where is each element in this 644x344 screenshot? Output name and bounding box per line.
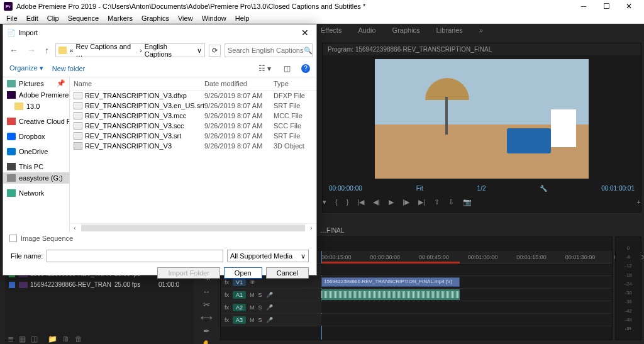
sidebar-item-pictures[interactable]: Pictures📌 <box>3 77 69 89</box>
breadcrumb[interactable]: « Rev Captions and … › English Captions … <box>55 43 205 57</box>
extract-icon[interactable]: ⇩ <box>448 198 454 206</box>
program-monitor: Program: 1569422398866-REV_TRANSCRIPTION… <box>322 43 641 213</box>
new-item-icon[interactable]: 🗎 <box>62 335 70 343</box>
cancel-button[interactable]: Cancel <box>266 267 309 279</box>
play-icon[interactable]: ▶ <box>389 198 394 206</box>
menu-sequence[interactable]: Sequence <box>64 14 103 22</box>
tab-overflow-icon[interactable]: » <box>479 26 483 34</box>
program-video-frame[interactable] <box>375 59 589 179</box>
list-view-icon[interactable]: ≣ <box>8 335 14 343</box>
minimize-button[interactable]: ─ <box>572 2 595 11</box>
step-forward-icon[interactable]: |▶ <box>402 198 409 206</box>
go-to-out-icon[interactable]: ▶| <box>418 198 425 206</box>
menu-window[interactable]: Window <box>198 14 230 22</box>
close-button[interactable]: ✕ <box>618 2 640 11</box>
app-icon: Pr <box>4 2 13 11</box>
track-a3: fxA3MS🎤 <box>221 314 612 326</box>
file-row[interactable]: REV_TRANSCRIPTION_V3.srt9/26/2019 8:07 A… <box>70 131 316 141</box>
file-row[interactable]: REV_TRANSCRIPTION_V3.mcc9/26/2019 8:07 A… <box>70 111 316 121</box>
organize-button[interactable]: Organize ▾ <box>9 64 43 72</box>
sidebar-item-network[interactable]: Network <box>3 187 69 199</box>
nav-back-icon[interactable]: ← <box>7 45 21 55</box>
maximize-button[interactable]: ☐ <box>595 2 618 11</box>
out-point-icon[interactable]: } <box>347 198 349 206</box>
search-input[interactable] <box>225 43 313 57</box>
menu-view[interactable]: View <box>174 14 197 22</box>
image-sequence-checkbox[interactable] <box>9 235 17 242</box>
new-folder-button[interactable]: New folder <box>52 65 86 72</box>
new-bin-icon[interactable]: 📁 <box>48 335 57 343</box>
filename-input[interactable] <box>47 250 223 262</box>
lift-icon[interactable]: ⇪ <box>434 198 440 206</box>
project-footer: ≣ ▦ ◫ 📁 🗎 🗑 <box>8 335 82 343</box>
sidebar-item-onedrive[interactable]: OneDrive <box>3 146 69 157</box>
slip-tool-icon[interactable]: ⟷ <box>201 313 213 323</box>
dialog-icon: 📄 <box>7 29 16 37</box>
preview-pane-icon[interactable]: ◫ <box>282 64 292 73</box>
folder-tree: Pictures📌 Adobe Premiere P 13.0 Creative… <box>3 77 70 232</box>
program-timecode-in[interactable]: 00:00:00:00 <box>329 185 362 192</box>
program-timecode-out[interactable]: 00:01:00:01 <box>601 185 635 192</box>
col-date[interactable]: Date modified <box>204 80 274 87</box>
zoom-dropdown[interactable]: 1/2 <box>477 185 486 192</box>
menu-file[interactable]: File <box>3 14 21 22</box>
transport-controls: ▾ { } |◀ ◀| ▶ |▶ ▶| ⇪ ⇩ 📷 + <box>323 196 641 209</box>
sidebar-item-13[interactable]: 13.0 <box>3 101 69 112</box>
video-clip[interactable]: 1569422398866-REV_TRANSCRIPTION_FINAL.mp… <box>321 277 460 287</box>
sidebar-item-cc[interactable]: Creative Cloud Fil <box>3 116 69 127</box>
import-folder-button[interactable]: Import Folder <box>157 267 219 279</box>
tab-effects[interactable]: Effects <box>321 26 341 34</box>
file-row[interactable]: REV_TRANSCRIPTION_V3.scc9/26/2019 8:07 A… <box>70 121 316 131</box>
tab-graphics[interactable]: Graphics <box>392 26 420 34</box>
sidebar-item-premiere[interactable]: Adobe Premiere P <box>3 89 69 101</box>
menu-edit[interactable]: Edit <box>23 14 42 22</box>
tab-libraries[interactable]: Libraries <box>436 26 463 34</box>
file-row[interactable]: REV_TRANSCRIPTION_V3.dfxp9/26/2019 8:07 … <box>70 91 316 101</box>
icon-view-icon[interactable]: ▦ <box>19 335 26 343</box>
step-back-icon[interactable]: ◀| <box>373 198 380 206</box>
dialog-close-icon[interactable]: ✕ <box>297 28 313 38</box>
razor-tool-icon[interactable]: ✂ <box>203 300 210 309</box>
h-scrollbar[interactable]: ‹› <box>70 223 316 232</box>
col-name[interactable]: Name <box>74 80 204 87</box>
sidebar-item-dropbox[interactable]: Dropbox <box>3 131 69 142</box>
fit-dropdown[interactable]: Fit <box>416 185 423 192</box>
button-editor-icon[interactable]: + <box>637 198 641 206</box>
menu-help[interactable]: Help <box>231 14 253 22</box>
timeline-tab[interactable]: …FINAL <box>315 226 349 235</box>
freeform-view-icon[interactable]: ◫ <box>31 335 38 343</box>
sidebar-item-easystore[interactable]: easystore (G:) <box>3 172 69 184</box>
view-mode-icon[interactable]: ☷ ▾ <box>257 64 273 73</box>
marker-icon[interactable]: ▾ <box>323 198 326 206</box>
tab-audio[interactable]: Audio <box>358 26 375 34</box>
export-frame-icon[interactable]: 📷 <box>463 198 472 206</box>
refresh-icon[interactable]: ⟳ <box>209 45 221 57</box>
sidebar-item-thispc[interactable]: This PC <box>3 161 69 172</box>
file-filter-dropdown[interactable]: All Supported Media∨ <box>227 250 309 262</box>
menu-clip[interactable]: Clip <box>43 14 63 22</box>
import-dialog: 📄 Import ✕ ← → ↑ « Rev Captions and … › … <box>3 24 317 275</box>
workspace-tabs: Effects Audio Graphics Libraries » <box>321 26 483 34</box>
trash-icon[interactable]: 🗑 <box>75 335 82 343</box>
pen-tool-icon[interactable]: ✒ <box>203 326 210 336</box>
settings-icon[interactable]: 🔧 <box>540 185 547 192</box>
menu-graphics[interactable]: Graphics <box>138 14 173 22</box>
folder-icon <box>58 47 67 54</box>
track-a1: fxA1MS🎤 <box>221 289 612 301</box>
go-to-in-icon[interactable]: |◀ <box>357 198 364 206</box>
help-icon[interactable]: ? <box>301 64 310 73</box>
nav-up-icon[interactable]: ↑ <box>42 45 52 55</box>
in-point-icon[interactable]: { <box>335 198 338 206</box>
open-button[interactable]: Open <box>224 267 262 279</box>
audio-clip[interactable] <box>321 289 460 300</box>
file-row[interactable]: REV_TRANSCRIPTION_V3.en_US.srt9/26/2019 … <box>70 101 316 111</box>
file-row[interactable]: REV_TRANSCRIPTION_V39/26/2019 8:07 AM3D … <box>70 141 316 151</box>
col-type[interactable]: Type <box>274 80 313 87</box>
nav-forward-icon[interactable]: → <box>25 45 38 55</box>
ripple-tool-icon[interactable]: ↔ <box>203 287 211 296</box>
menu-markers[interactable]: Markers <box>104 14 136 22</box>
search-icon[interactable]: 🔍 <box>304 47 313 55</box>
filename-label: File name: <box>11 252 43 260</box>
hand-tool-icon[interactable]: ✋ <box>201 340 211 344</box>
file-icon <box>74 102 82 109</box>
